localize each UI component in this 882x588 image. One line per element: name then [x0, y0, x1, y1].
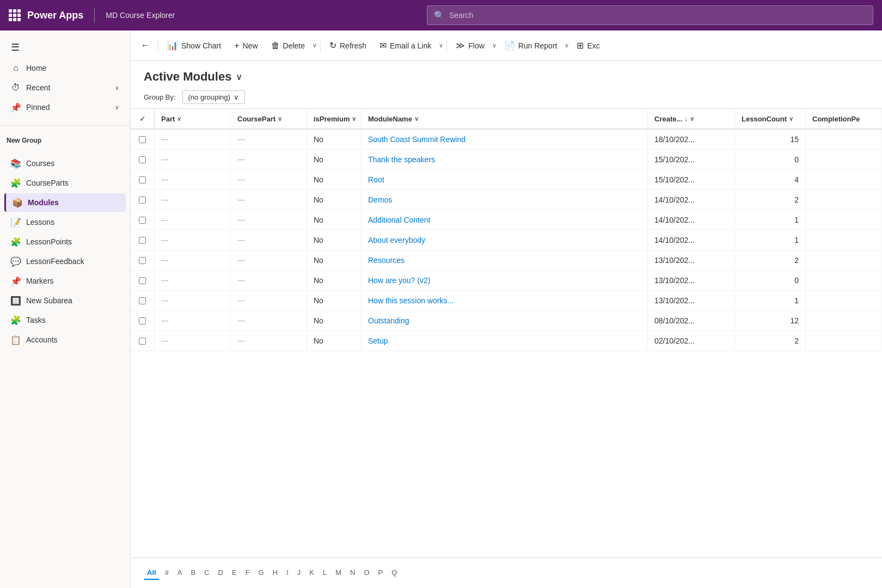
group-by-select[interactable]: (no grouping) ∨ [182, 90, 245, 104]
sidebar-menu-button[interactable]: ☰ [4, 37, 126, 58]
run-report-chevron-icon[interactable]: ∨ [564, 42, 570, 49]
row-checkbox-0[interactable] [139, 136, 146, 143]
col-header-modulename[interactable]: ModuleName ∨ [362, 109, 648, 128]
run-report-button[interactable]: 📄 Run Report [498, 37, 564, 54]
sidebar-item-tasks[interactable]: 🧩 Tasks [4, 311, 126, 329]
sidebar-item-newsubarea[interactable]: 🔲 New Subarea [4, 291, 126, 310]
row-check-2[interactable] [131, 170, 155, 189]
table-row[interactable]: --- --- No About everybody 14/10/202... … [131, 230, 882, 250]
sidebar-item-modules[interactable]: 📦 Modules [4, 193, 126, 212]
cell-modulename-3[interactable]: Demos [362, 190, 648, 210]
sidebar-item-markers[interactable]: 📌 Markers [4, 272, 126, 290]
page-letter-e[interactable]: E [229, 566, 240, 580]
cell-modulename-6[interactable]: Resources [362, 250, 648, 270]
col-check-header[interactable]: ✓ [131, 109, 155, 128]
col-header-lessoncount[interactable]: LessonCount ∨ [735, 109, 806, 128]
page-letter-f[interactable]: F [242, 566, 253, 580]
page-letter-p[interactable]: P [375, 566, 387, 580]
row-checkbox-8[interactable] [139, 297, 146, 304]
col-header-completionpe[interactable]: CompletionPe [806, 109, 882, 128]
col-header-created[interactable]: Create... ↓ ∨ [648, 109, 735, 128]
table-row[interactable]: --- --- No Additional Content 14/10/202.… [131, 210, 882, 230]
cell-modulename-5[interactable]: About everybody [362, 230, 648, 250]
page-letter-c[interactable]: C [201, 566, 212, 580]
page-letter-m[interactable]: M [332, 566, 345, 580]
sidebar-item-courses[interactable]: 📚 Courses [4, 154, 126, 173]
new-button[interactable]: + New [228, 38, 264, 54]
delete-chevron-icon[interactable]: ∨ [311, 42, 318, 49]
page-letter-o[interactable]: O [360, 566, 372, 580]
row-check-9[interactable] [131, 311, 155, 330]
col-header-ispremium[interactable]: isPremium ∨ [307, 109, 362, 128]
flow-button[interactable]: ≫ Flow [449, 37, 491, 54]
sidebar-item-courseparts[interactable]: 🧩 CourseParts [4, 174, 126, 192]
row-checkbox-9[interactable] [139, 317, 146, 324]
cell-modulename-1[interactable]: Thank the speakers [362, 150, 648, 169]
page-letter-b[interactable]: B [188, 566, 199, 580]
sidebar-item-accounts[interactable]: 📋 Accounts [4, 330, 126, 349]
flow-chevron-icon[interactable]: ∨ [491, 42, 498, 49]
cell-modulename-0[interactable]: South Coast Summit Rewind [362, 130, 648, 149]
page-letter-q[interactable]: Q [388, 566, 400, 580]
page-letter-a[interactable]: A [174, 566, 186, 580]
row-check-6[interactable] [131, 250, 155, 270]
table-row[interactable]: --- --- No Setup 02/10/202... 2 [131, 331, 882, 351]
table-row[interactable]: --- --- No South Coast Summit Rewind 18/… [131, 130, 882, 150]
row-check-1[interactable] [131, 150, 155, 169]
table-row[interactable]: --- --- No Resources 13/10/202... 2 [131, 250, 882, 271]
table-row[interactable]: --- --- No Outstanding 08/10/202... 12 [131, 311, 882, 331]
sidebar-item-home[interactable]: ⌂ Home [4, 59, 126, 77]
row-checkbox-6[interactable] [139, 257, 146, 264]
page-letter-#[interactable]: # [162, 566, 172, 580]
col-header-coursepart[interactable]: CoursePart ∨ [231, 109, 307, 128]
row-checkbox-5[interactable] [139, 237, 146, 244]
cell-modulename-4[interactable]: Additional Content [362, 210, 648, 230]
sidebar-item-lessonfeedback[interactable]: 💬 LessonFeedback [4, 252, 126, 271]
sidebar-item-lessonpoints[interactable]: 🧩 LessonPoints [4, 232, 126, 251]
row-check-5[interactable] [131, 230, 155, 250]
page-letter-j[interactable]: J [294, 566, 304, 580]
sidebar-item-recent[interactable]: ⏱ Recent ∨ [4, 78, 126, 97]
cell-modulename-8[interactable]: How this session works... [362, 291, 648, 310]
delete-button[interactable]: 🗑 Delete [265, 38, 311, 54]
cell-modulename-7[interactable]: How are you? (v2) [362, 271, 648, 290]
row-checkbox-10[interactable] [139, 338, 146, 345]
refresh-button[interactable]: ↻ Refresh [323, 37, 373, 54]
page-letter-g[interactable]: G [255, 566, 267, 580]
email-link-button[interactable]: ✉ Email a Link [373, 37, 438, 54]
search-input[interactable] [449, 11, 866, 20]
excel-button[interactable]: ⊞ Exc [570, 37, 606, 54]
table-row[interactable]: --- --- No Thank the speakers 15/10/202.… [131, 150, 882, 170]
row-checkbox-1[interactable] [139, 156, 146, 163]
table-row[interactable]: --- --- No How this session works... 13/… [131, 291, 882, 311]
col-header-part[interactable]: Part ∨ [155, 109, 231, 128]
table-row[interactable]: --- --- No Demos 14/10/202... 2 [131, 190, 882, 210]
view-title-chevron-icon[interactable]: ∨ [236, 72, 242, 82]
show-chart-button[interactable]: 📊 Show Chart [161, 37, 228, 54]
table-row[interactable]: --- --- No Root 15/10/202... 4 [131, 170, 882, 190]
page-letter-k[interactable]: K [306, 566, 317, 580]
row-checkbox-3[interactable] [139, 197, 146, 204]
search-bar[interactable]: 🔍 [427, 5, 873, 25]
row-check-0[interactable] [131, 130, 155, 149]
cell-modulename-2[interactable]: Root [362, 170, 648, 189]
row-check-8[interactable] [131, 291, 155, 310]
waffle-menu-icon[interactable] [9, 9, 21, 21]
email-chevron-icon[interactable]: ∨ [438, 42, 444, 49]
cell-modulename-9[interactable]: Outstanding [362, 311, 648, 330]
page-letter-n[interactable]: N [347, 566, 358, 580]
row-check-4[interactable] [131, 210, 155, 230]
row-check-10[interactable] [131, 331, 155, 351]
row-checkbox-4[interactable] [139, 217, 146, 224]
cell-modulename-10[interactable]: Setup [362, 331, 648, 351]
page-letter-h[interactable]: H [270, 566, 281, 580]
table-row[interactable]: --- --- No How are you? (v2) 13/10/202..… [131, 271, 882, 291]
page-letter-d[interactable]: D [215, 566, 226, 580]
page-letter-l[interactable]: L [320, 566, 330, 580]
sidebar-item-pinned[interactable]: 📌 Pinned ∨ [4, 98, 126, 117]
back-button[interactable]: ← [135, 36, 156, 54]
sidebar-item-lessons[interactable]: 📝 Lessons [4, 213, 126, 231]
page-letter-i[interactable]: I [283, 566, 292, 580]
row-check-3[interactable] [131, 190, 155, 210]
page-letter-all[interactable]: All [144, 566, 160, 580]
